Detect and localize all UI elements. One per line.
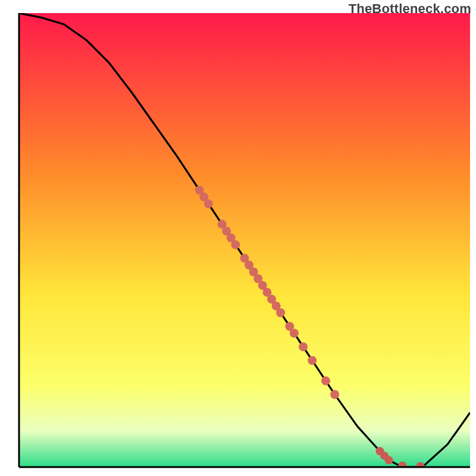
data-point (321, 377, 330, 386)
chart-background-gradient (19, 13, 470, 467)
data-point (299, 342, 308, 351)
data-point (385, 456, 393, 465)
data-point (330, 390, 339, 399)
bottleneck-chart (0, 0, 476, 476)
data-point (416, 462, 425, 470)
data-point (308, 356, 317, 365)
data-point (231, 240, 240, 249)
data-point (276, 308, 285, 317)
data-point (204, 199, 213, 208)
data-point (398, 462, 406, 470)
data-point (290, 328, 299, 337)
watermark-text: TheBottleneck.com (349, 1, 471, 17)
